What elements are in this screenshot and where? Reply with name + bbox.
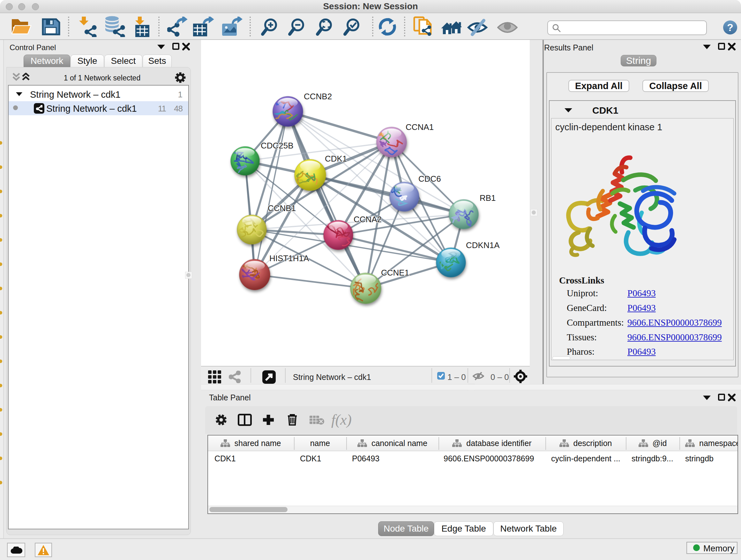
svg-text:CDK1: CDK1: [325, 154, 347, 164]
svg-text:CDKN1A: CDKN1A: [466, 240, 500, 250]
svg-text:CCNB2: CCNB2: [304, 91, 332, 101]
svg-text:CDC25B: CDC25B: [261, 141, 293, 150]
svg-text:CCNB1: CCNB1: [268, 203, 296, 213]
svg-text:CCNA2: CCNA2: [354, 214, 382, 224]
svg-text:CDC6: CDC6: [418, 174, 441, 184]
svg-text:CCNE1: CCNE1: [381, 268, 409, 277]
svg-text:HIST1H1A: HIST1H1A: [269, 253, 309, 263]
svg-text:RB1: RB1: [480, 193, 496, 203]
svg-text:CCNA1: CCNA1: [406, 122, 434, 132]
